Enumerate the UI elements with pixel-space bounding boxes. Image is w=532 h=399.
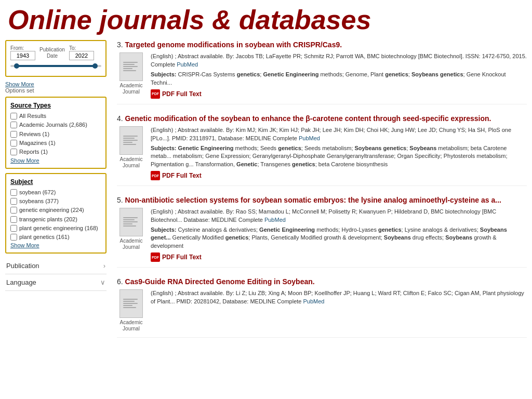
source-type-checkbox-3[interactable] <box>10 140 17 147</box>
from-input[interactable] <box>10 51 35 60</box>
pdf-label-5: PDF Full Text <box>162 254 202 261</box>
source-type-checkbox-1[interactable] <box>10 122 17 128</box>
thumb-image-5 <box>119 208 143 236</box>
pubmed-link-6[interactable]: PubMed <box>303 298 324 304</box>
source-type-checkbox-2[interactable] <box>10 131 17 138</box>
subject-checkbox-3[interactable] <box>10 216 17 223</box>
bold-soybean-4: soybean <box>221 114 250 123</box>
result-title-6: 6. Cas9-Guide RNA Directed Genome Editin… <box>117 277 527 286</box>
thumb-lines-4 <box>123 136 140 146</box>
result-thumb-6: AcademicJournal <box>117 289 145 332</box>
result-body-3: AcademicJournal (English) ; Abstract ava… <box>117 52 527 99</box>
subject-title: Subject <box>10 178 101 185</box>
date-range-row: From: Publication Date To: <box>10 45 101 60</box>
source-types-show-more[interactable]: Show More <box>10 157 101 164</box>
page-header: Online journals & databases <box>0 0 532 37</box>
pdf-label-4: PDF Full Text <box>162 172 202 179</box>
type-label-5: AcademicJournal <box>120 238 143 250</box>
date-show-more[interactable]: Show More <box>5 81 107 87</box>
subject-filter: Subject soybean (672) soybeans (377) gen… <box>5 173 107 254</box>
source-type-checkbox-0[interactable] <box>10 113 17 119</box>
result-number-5: 5. <box>117 196 125 204</box>
thumb-lines-3 <box>123 62 140 72</box>
type-label-4: AcademicJournal <box>120 156 143 169</box>
pdf-link-3[interactable]: PDF PDF Full Text <box>151 89 527 99</box>
result-body-4: AcademicJournal (English) ; Abstract ava… <box>117 126 527 180</box>
subject-show-more[interactable]: Show More <box>10 242 101 248</box>
pdf-icon-4: PDF <box>151 171 160 180</box>
subject-checkbox-2[interactable] <box>10 207 17 214</box>
results-content-area: 3. Targeted genome modifications in soyb… <box>112 37 532 396</box>
result-meta-3: (English) ; Abstract available. By: Jaco… <box>151 52 527 99</box>
source-type-label-2: Reviews (1) <box>19 130 49 138</box>
source-type-item-0: All Results <box>10 112 101 119</box>
subject-checkbox-4[interactable] <box>10 225 17 232</box>
subject-checkbox-1[interactable] <box>10 198 17 205</box>
subject-checkbox-5[interactable] <box>10 234 17 241</box>
result-number-6: 6. <box>117 277 125 286</box>
source-type-label-0: All Results <box>19 112 46 119</box>
result-title-4: 4. Genetic modification of the soybean t… <box>117 114 527 123</box>
subject-item-0: soybean (672) <box>10 189 101 196</box>
result-meta-5: (English) ; Abstract available. By: Rao … <box>151 208 527 262</box>
subjects-4: Subjects: Genetic Engineering methods; S… <box>151 144 527 168</box>
page-title: Online journals & databases <box>0 0 532 37</box>
options-set-text: Options set <box>5 87 107 94</box>
result-item-4: 4. Genetic modification of the soybean t… <box>117 114 527 186</box>
pdf-icon-5: PDF <box>151 252 160 262</box>
result-body-5: AcademicJournal (English) ; Abstract ava… <box>117 208 527 262</box>
to-label: To: <box>69 45 94 51</box>
subject-item-1: soybeans (377) <box>10 197 101 205</box>
citation-6: (English) ; Abstract available. By: Li Z… <box>151 289 527 305</box>
result-thumb-4: AcademicJournal <box>117 126 145 180</box>
pdf-link-4[interactable]: PDF PDF Full Text <box>151 171 527 180</box>
result-meta-6: (English) ; Abstract available. By: Li Z… <box>151 289 527 332</box>
slider-thumb-left[interactable] <box>14 63 19 69</box>
bold-soybean-6: Soybean <box>282 277 312 286</box>
subject-label-0: soybean (672) <box>19 189 56 196</box>
pdf-label-3: PDF Full Text <box>162 90 202 98</box>
source-type-item-3: Magazines (1) <box>10 139 101 147</box>
pubmed-link-5[interactable]: PubMed <box>264 217 286 223</box>
publication-filter-item[interactable]: Publication › <box>5 258 107 274</box>
source-type-item-2: Reviews (1) <box>10 130 101 138</box>
pubmed-link-4[interactable]: PubMed <box>299 135 320 141</box>
thumb-lines-6 <box>123 299 140 309</box>
source-type-label-3: Magazines (1) <box>19 139 56 147</box>
subjects-3: Subjects: CRISPR-Cas Systems genetics; G… <box>151 71 527 87</box>
citation-3: (English) ; Abstract available. By: Jaco… <box>151 52 527 69</box>
source-type-label-4: Reports (1) <box>19 148 48 155</box>
bold-soybean-3: soybean <box>245 41 274 49</box>
from-section: From: <box>10 45 35 60</box>
pubmed-link-3[interactable]: PubMed <box>177 61 198 68</box>
result-meta-4: (English) ; Abstract available. By: Kim … <box>151 126 527 180</box>
subject-item-3: transgenic plants (202) <box>10 216 101 223</box>
language-filter-item[interactable]: Language ∨ <box>5 274 107 291</box>
from-label: From: <box>10 45 35 51</box>
subject-label-3: transgenic plants (202) <box>19 216 77 223</box>
to-input[interactable] <box>69 51 94 60</box>
publication-arrow: › <box>103 262 105 270</box>
source-types-filter: Source Types All Results Academic Journa… <box>5 97 107 168</box>
result-item-6: 6. Cas9-Guide RNA Directed Genome Editin… <box>117 277 527 338</box>
subject-label-2: genetic engineering (224) <box>19 206 84 214</box>
thumb-image-4 <box>119 126 143 155</box>
slider-thumb-right[interactable] <box>92 63 98 69</box>
result-thumb-5: AcademicJournal <box>117 208 145 262</box>
date-slider[interactable] <box>10 62 101 70</box>
language-label: Language <box>6 278 36 286</box>
date-filter-box: From: Publication Date To: <box>5 40 107 77</box>
subject-label-1: soybeans (377) <box>19 197 59 205</box>
result-item-5: 5. Non-antibiotic selection systems for … <box>117 195 527 268</box>
sidebar: From: Publication Date To: Show More Opt… <box>0 37 112 396</box>
result-number-3: 3. <box>117 41 125 49</box>
subject-checkbox-0[interactable] <box>10 189 17 196</box>
source-type-checkbox-4[interactable] <box>10 149 17 155</box>
pdf-icon-3: PDF <box>151 89 160 99</box>
publication-date-label: Publication Date <box>39 47 65 59</box>
result-title-3: 3. Targeted genome modifications in soyb… <box>117 40 527 49</box>
source-type-item-1: Academic Journals (2,686) <box>10 121 101 128</box>
pdf-link-5[interactable]: PDF PDF Full Text <box>151 252 527 262</box>
source-type-item-4: Reports (1) <box>10 148 101 155</box>
thumb-lines-5 <box>123 217 140 228</box>
